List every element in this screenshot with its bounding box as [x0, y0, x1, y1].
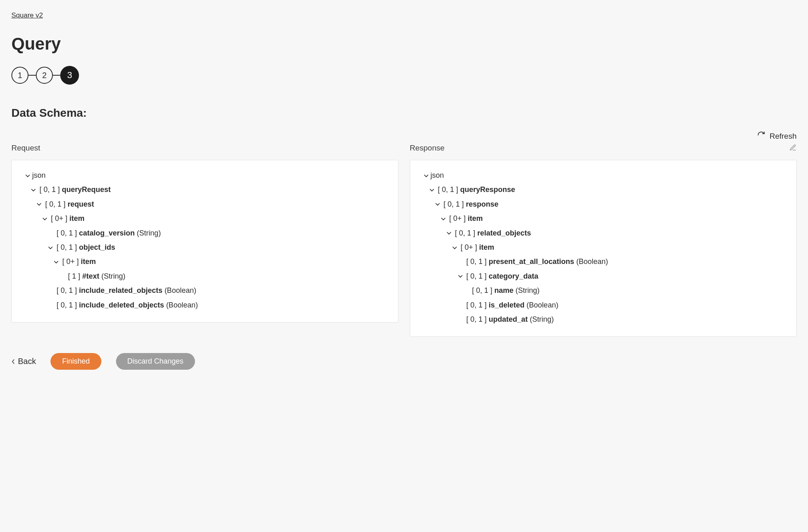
chevron-down-icon[interactable] [445, 230, 453, 236]
tree-node-label: [ 0, 1 ] is_deleted (Boolean) [465, 301, 558, 310]
tree-row: [ 0, 1 ] include_deleted_objects (Boolea… [46, 298, 387, 312]
stepper: 123 [11, 66, 797, 85]
tree-row: [ 0+ ] item [52, 255, 387, 269]
tree-row: [ 0, 1 ] response [433, 197, 785, 211]
step-3[interactable]: 3 [60, 66, 79, 85]
tree-node-label: [ 1 ] #text (String) [66, 272, 125, 281]
tree-row: [ 0+ ] item [439, 211, 785, 226]
tree-node-label: [ 0, 1 ] related_objects [453, 229, 531, 238]
tree-row: [ 0, 1 ] present_at_all_locations (Boole… [456, 255, 785, 269]
chevron-down-icon[interactable] [433, 201, 442, 207]
tree-row: json [422, 168, 785, 183]
tree-node-label: [ 0, 1 ] category_data [465, 272, 539, 281]
chevron-down-icon[interactable] [439, 216, 448, 222]
tree-node-label: [ 0, 1 ] queryResponse [436, 185, 515, 194]
back-button[interactable]: Back [11, 357, 36, 366]
tree-node-label: [ 0+ ] item [459, 243, 495, 252]
step-2[interactable]: 2 [36, 67, 53, 84]
chevron-down-icon[interactable] [450, 245, 459, 251]
tree-row: [ 0+ ] item [40, 211, 387, 226]
step-1[interactable]: 1 [11, 67, 28, 84]
tree-row: [ 0, 1 ] category_data [456, 269, 785, 283]
request-pane: Request json[ 0, 1 ] queryRequest[ 0, 1 … [11, 144, 399, 337]
tree-node-label: [ 0, 1 ] response [442, 200, 499, 209]
chevron-down-icon[interactable] [23, 173, 32, 179]
tree-row: [ 0, 1 ] name (String) [462, 283, 785, 298]
tree-row: [ 0, 1 ] updated_at (String) [456, 312, 785, 327]
tree-node-label: json [431, 171, 444, 180]
chevron-down-icon[interactable] [427, 187, 436, 193]
response-tree: json[ 0, 1 ] queryResponse[ 0, 1 ] respo… [410, 160, 797, 337]
refresh-icon [757, 131, 765, 141]
tree-row: [ 0, 1 ] queryResponse [427, 183, 785, 197]
tree-row: json [23, 168, 387, 183]
tree-node-label: [ 0+ ] item [49, 214, 85, 223]
refresh-button[interactable]: Refresh [757, 131, 797, 141]
chevron-down-icon[interactable] [46, 245, 55, 251]
chevron-down-icon[interactable] [40, 216, 49, 222]
response-label: Response [410, 144, 797, 153]
tree-node-label: [ 0, 1 ] present_at_all_locations (Boole… [465, 257, 608, 266]
chevron-down-icon[interactable] [52, 259, 61, 265]
chevron-down-icon[interactable] [422, 173, 431, 179]
tree-row: [ 0, 1 ] catalog_version (String) [46, 226, 387, 240]
tree-node-label: [ 0, 1 ] request [44, 200, 94, 209]
section-title: Data Schema: [11, 107, 797, 120]
discard-button[interactable]: Discard Changes [116, 353, 195, 370]
request-label: Request [11, 144, 399, 153]
chevron-down-icon[interactable] [35, 201, 44, 207]
step-connector [53, 75, 60, 76]
tree-node-label: [ 0, 1 ] catalog_version (String) [55, 229, 161, 238]
tree-row: [ 0, 1 ] queryRequest [29, 183, 387, 197]
tree-node-label: [ 0, 1 ] name (String) [471, 286, 540, 295]
tree-node-label: [ 0, 1 ] queryRequest [38, 185, 111, 194]
page-title: Query [11, 34, 797, 54]
tree-node-label: [ 0, 1 ] object_ids [55, 243, 115, 252]
tree-node-label: [ 0+ ] item [448, 214, 483, 223]
tree-node-label: [ 0, 1 ] updated_at (String) [465, 315, 554, 324]
edit-icon[interactable] [789, 144, 797, 153]
back-label: Back [18, 357, 36, 366]
tree-row: [ 0, 1 ] include_related_objects (Boolea… [46, 283, 387, 298]
chevron-down-icon[interactable] [456, 273, 465, 279]
tree-row: [ 0, 1 ] request [35, 197, 387, 211]
tree-row: [ 1 ] #text (String) [57, 269, 387, 283]
chevron-down-icon[interactable] [29, 187, 38, 193]
tree-node-label: json [32, 171, 46, 180]
tree-row: [ 0, 1 ] is_deleted (Boolean) [456, 298, 785, 312]
tree-node-label: [ 0, 1 ] include_deleted_objects (Boolea… [55, 301, 198, 310]
response-pane: Response json[ 0, 1 ] queryResponse[ 0, … [410, 144, 797, 337]
tree-row: [ 0+ ] item [450, 240, 785, 255]
finished-button[interactable]: Finished [50, 353, 101, 370]
refresh-label: Refresh [769, 132, 797, 141]
tree-row: [ 0, 1 ] object_ids [46, 240, 387, 255]
tree-node-label: [ 0, 1 ] include_related_objects (Boolea… [55, 286, 196, 295]
step-connector [28, 75, 36, 76]
breadcrumb-link[interactable]: Square v2 [11, 11, 43, 19]
tree-node-label: [ 0+ ] item [61, 257, 96, 266]
request-tree: json[ 0, 1 ] queryRequest[ 0, 1 ] reques… [11, 160, 399, 323]
tree-row: [ 0, 1 ] related_objects [445, 226, 785, 240]
